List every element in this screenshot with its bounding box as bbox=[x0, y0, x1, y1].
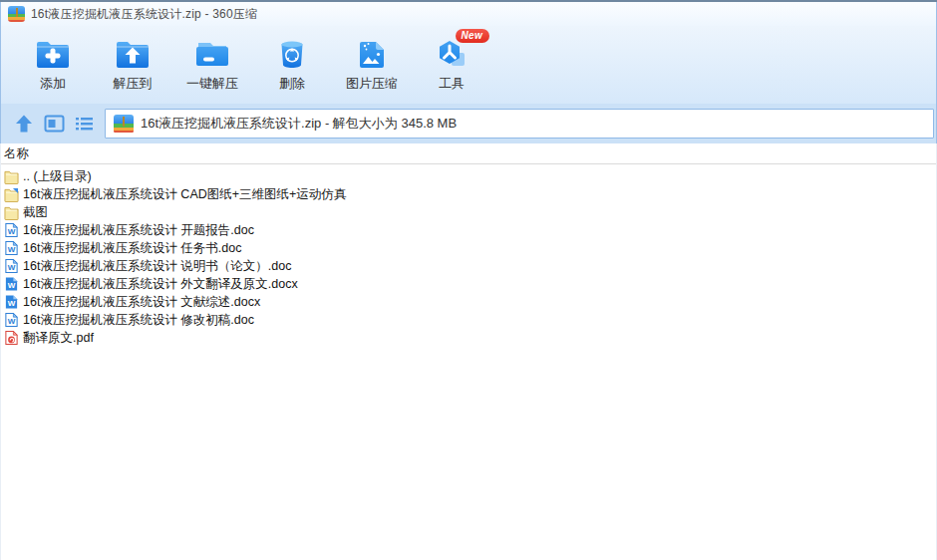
add-button[interactable]: 添加 bbox=[21, 36, 85, 93]
file-name: 16t液压挖掘机液压系统设计 文献综述.docx bbox=[23, 294, 260, 311]
archive-zip-icon bbox=[114, 115, 134, 134]
column-header-name[interactable]: 名称 bbox=[1, 143, 936, 164]
one-key-extract-button[interactable]: 一键解压 bbox=[180, 36, 244, 93]
doc-file-row[interactable]: W 16t液压挖掘机液压系统设计 说明书（论文）.doc bbox=[1, 257, 936, 275]
docx-file-row[interactable]: W 16t液压挖掘机液压系统设计 文献综述.docx bbox=[1, 293, 936, 311]
file-name: 16t液压挖掘机液压系统设计 CAD图纸+三维图纸+运动仿真 bbox=[23, 186, 346, 203]
address-bar[interactable]: 16t液压挖掘机液压系统设计.zip - 解包大小为 345.8 MB bbox=[105, 109, 934, 139]
doc-file-row[interactable]: W 16t液压挖掘机液压系统设计 修改初稿.doc bbox=[1, 311, 936, 329]
parent-directory-row[interactable]: .. (上级目录) bbox=[1, 167, 936, 185]
svg-text:W: W bbox=[7, 227, 15, 236]
word-doc-icon: W bbox=[3, 240, 19, 256]
word-doc-icon: W bbox=[3, 222, 19, 238]
svg-text:W: W bbox=[7, 263, 15, 272]
view-list-button[interactable] bbox=[71, 112, 97, 136]
one-key-extract-icon bbox=[194, 38, 230, 70]
doc-file-row[interactable]: W 16t液压挖掘机液压系统设计 开题报告.doc bbox=[1, 221, 936, 239]
panel-view-icon bbox=[44, 115, 65, 133]
list-view-icon bbox=[75, 116, 94, 132]
word-docx-icon: W bbox=[3, 276, 19, 292]
up-arrow-icon bbox=[14, 114, 34, 134]
svg-text:W: W bbox=[7, 245, 15, 254]
tools-button[interactable]: New 工具 bbox=[420, 36, 483, 93]
main-toolbar: 添加 解压到 一键解压 bbox=[0, 26, 937, 104]
file-name: .. (上级目录) bbox=[23, 168, 92, 185]
word-doc-icon: W bbox=[3, 258, 19, 274]
tools-button-label: 工具 bbox=[439, 75, 465, 93]
image-compress-button-label: 图片压缩 bbox=[346, 75, 398, 93]
svg-text:W: W bbox=[7, 317, 15, 326]
add-folder-icon bbox=[35, 38, 71, 70]
docx-file-row[interactable]: W 16t液压挖掘机液压系统设计 外文翻译及原文.docx bbox=[1, 275, 936, 293]
folder-link-icon bbox=[3, 186, 19, 202]
svg-text:W: W bbox=[7, 281, 15, 290]
file-name: 16t液压挖掘机液压系统设计 修改初稿.doc bbox=[23, 312, 254, 329]
folder-icon bbox=[3, 204, 19, 220]
one-key-extract-button-label: 一键解压 bbox=[186, 75, 238, 93]
delete-button[interactable]: 删除 bbox=[260, 36, 324, 93]
delete-button-label: 删除 bbox=[279, 75, 305, 93]
file-name: 截图 bbox=[23, 204, 48, 221]
extract-to-icon bbox=[115, 38, 151, 70]
pdf-icon bbox=[3, 330, 19, 346]
extract-to-button[interactable]: 解压到 bbox=[101, 36, 164, 93]
address-toolbar: 16t液压挖掘机液压系统设计.zip - 解包大小为 345.8 MB bbox=[0, 104, 937, 143]
view-panel-button[interactable] bbox=[41, 112, 67, 136]
doc-file-row[interactable]: W 16t液压挖掘机液压系统设计 任务书.doc bbox=[1, 239, 936, 257]
folder-row-screenshots[interactable]: 截图 bbox=[1, 203, 936, 221]
file-name: 16t液压挖掘机液压系统设计 开题报告.doc bbox=[23, 222, 254, 239]
file-rows: .. (上级目录) 16t液压挖掘机液压系统设计 CAD图纸+三维图纸+运动仿真… bbox=[1, 164, 936, 347]
word-doc-icon: W bbox=[3, 312, 19, 328]
folder-icon bbox=[3, 168, 19, 184]
pdf-file-row[interactable]: 翻译原文.pdf bbox=[1, 329, 936, 347]
up-directory-button[interactable] bbox=[11, 112, 37, 136]
file-name: 16t液压挖掘机液压系统设计 任务书.doc bbox=[23, 240, 241, 257]
folder-row-cad[interactable]: 16t液压挖掘机液压系统设计 CAD图纸+三维图纸+运动仿真 bbox=[1, 185, 936, 203]
word-docx-icon: W bbox=[3, 294, 19, 310]
new-badge: New bbox=[456, 29, 489, 43]
window-title: 16t液压挖掘机液压系统设计.zip - 360压缩 bbox=[31, 6, 257, 23]
svg-text:W: W bbox=[7, 299, 15, 308]
app-zip-icon bbox=[8, 6, 25, 22]
file-list-area: 名称 .. (上级目录) 16t液压挖掘机液压系统设计 CAD图纸+三维图纸+运… bbox=[0, 143, 937, 560]
title-bar: 16t液压挖掘机液压系统设计.zip - 360压缩 bbox=[0, 2, 937, 26]
app-window: 16t液压挖掘机液压系统设计.zip - 360压缩 添加 bbox=[0, 0, 937, 560]
file-name: 16t液压挖掘机液压系统设计 说明书（论文）.doc bbox=[23, 258, 291, 275]
delete-trash-icon bbox=[274, 38, 310, 70]
extract-to-button-label: 解压到 bbox=[114, 75, 153, 93]
file-name: 翻译原文.pdf bbox=[23, 330, 94, 347]
file-name: 16t液压挖掘机液压系统设计 外文翻译及原文.docx bbox=[23, 276, 298, 293]
add-button-label: 添加 bbox=[40, 75, 66, 93]
address-text: 16t液压挖掘机液压系统设计.zip - 解包大小为 345.8 MB bbox=[141, 115, 457, 133]
image-compress-icon bbox=[354, 38, 390, 70]
image-compress-button[interactable]: 图片压缩 bbox=[340, 36, 404, 93]
